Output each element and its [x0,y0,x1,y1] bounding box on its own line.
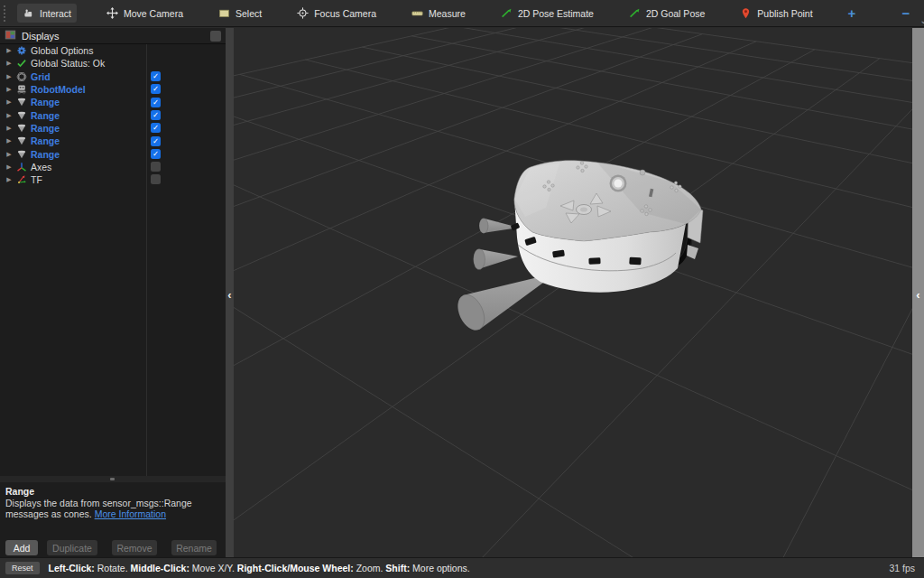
display-name-label: Grid [31,71,51,82]
grid-line [570,91,913,557]
visibility-checkbox[interactable]: ✓ [151,84,161,94]
visibility-checkbox[interactable]: ✓ [151,149,161,159]
tool-2d-pose-estimate[interactable]: 2D Pose Estimate [495,4,599,23]
gear-icon [14,45,28,56]
expand-arrow-icon[interactable]: ▶ [4,151,14,158]
expand-arrow-icon[interactable]: ▶ [4,60,14,67]
axes-icon [14,162,28,172]
tool-measure[interactable]: Measure [406,4,471,23]
tree-row-range[interactable]: ▶Range✓ [0,96,226,108]
tf-icon [14,174,28,185]
tree-column-divider[interactable] [146,44,147,476]
display-name-label: TF [31,174,42,185]
hint-key: Left-Click: [49,563,95,573]
tool-label: 2D Goal Pose [646,8,705,19]
3d-viewport[interactable] [234,28,912,557]
displays-panel: Displays ▶Global Options▶Global Status: … [0,28,226,557]
more-information-link[interactable]: More Information [95,508,166,519]
display-name-label: Axes [31,162,51,172]
visibility-checkbox[interactable]: ✓ [151,123,161,133]
tool-publish-point[interactable]: Publish Point [735,4,818,23]
tool-select[interactable]: Select [213,4,267,23]
tree-row-range[interactable]: ▶Range✓ [0,122,226,135]
expand-arrow-icon[interactable]: ▶ [4,47,14,54]
display-name-label: Range [31,97,60,107]
status-bar: Reset Left-Click: Rotate. Middle-Click: … [0,557,924,578]
display-name-label: Range [31,110,60,121]
tree-row-axes[interactable]: ▶Axes [0,161,226,173]
reset-button[interactable]: Reset [5,562,40,574]
help-body: Displays the data from sensor_msgs::Rang… [5,498,220,520]
toolbar: InteractMove CameraSelectFocus CameraMea… [0,0,924,27]
tree-row-range[interactable]: ▶Range✓ [0,147,226,160]
collapse-left-chevron-icon[interactable]: ‹ [226,288,234,302]
tree-row-global-options[interactable]: ▶Global Options [0,44,226,57]
check-icon [14,58,28,69]
hint-key: Right-Click/Mouse Wheel: [237,563,354,573]
toolbar-drag-handle[interactable] [4,5,5,22]
visibility-checkbox[interactable]: ✓ [151,98,161,107]
tree-row-tf[interactable]: ▶TF [0,173,226,186]
panel-horizontal-splitter[interactable] [0,476,226,482]
expand-arrow-icon[interactable]: ▶ [4,112,14,119]
expand-arrow-icon[interactable]: ▶ [4,163,14,171]
grid-line [234,28,567,514]
add-button[interactable]: Add [5,540,38,555]
tool-focus-camera[interactable]: Focus Camera [291,4,382,23]
panel-float-button[interactable] [210,31,221,42]
visibility-checkbox[interactable] [151,174,161,184]
left-viewport-splitter[interactable]: ‹ [226,28,234,557]
cone-icon [14,135,28,146]
duplicate-button[interactable]: Duplicate [47,540,97,555]
hint-action: Move X/Y. [189,563,237,573]
rename-button[interactable]: Rename [171,540,217,555]
collapse-right-chevron-icon[interactable]: ‹ [912,288,924,302]
expand-arrow-icon[interactable]: ▶ [4,73,14,80]
cone-icon [14,149,28,160]
visibility-checkbox[interactable]: ✓ [151,110,161,120]
tool-interact[interactable]: Interact [17,4,77,23]
grid-line [234,50,815,557]
remove-button[interactable]: Remove [112,540,157,555]
measure-icon [411,7,423,19]
expand-arrow-icon[interactable]: ▶ [4,137,14,144]
help-title: Range [5,486,220,497]
tool-label: Publish Point [757,8,812,19]
tree-row-global-status-ok[interactable]: ▶Global Status: Ok [0,57,226,70]
visibility-checkbox[interactable] [151,162,161,172]
robot-model [511,161,703,293]
interact-icon [23,7,34,19]
tool-2d-goal-pose[interactable]: 2D Goal Pose [624,4,710,23]
visibility-checkbox[interactable]: ✓ [151,136,161,146]
display-name-label: Range [31,135,60,146]
hint-action: More options. [410,563,470,573]
grid-display [234,28,912,557]
fps-counter: 31 fps [889,563,915,573]
range-cone [474,249,519,270]
add-tool-button[interactable]: + [845,5,860,21]
expand-arrow-icon[interactable]: ▶ [4,98,14,106]
robot-top-port [610,175,627,192]
tool-label: Move Camera [124,8,183,19]
tree-row-grid[interactable]: ▶Grid✓ [0,70,226,83]
display-name-label: Range [31,149,60,160]
mouse-hints: Left-Click: Rotate. Middle-Click: Move X… [49,563,470,573]
toolbar-overflow-chevron-icon[interactable]: ⌄ [919,15,924,25]
expand-arrow-icon[interactable]: ▶ [4,125,14,132]
tree-row-robotmodel[interactable]: ▶RobotModel✓ [0,83,226,96]
remove-tool-button[interactable]: − [898,5,913,21]
expand-arrow-icon[interactable]: ▶ [4,86,14,93]
tool-label: 2D Pose Estimate [518,8,594,19]
display-name-label: Global Options [31,45,93,56]
displays-panel-header[interactable]: Displays [0,28,226,44]
right-viewport-splitter[interactable]: ‹ [912,28,924,557]
tree-row-range[interactable]: ▶Range✓ [0,135,226,147]
tree-row-range[interactable]: ▶Range✓ [0,108,226,121]
tool-move-camera[interactable]: Move Camera [101,4,189,23]
goal-pose-icon [629,7,641,19]
hint-action: Rotate. [95,563,131,573]
hint-key: Middle-Click: [131,563,189,573]
expand-arrow-icon[interactable]: ▶ [4,176,14,183]
visibility-checkbox[interactable]: ✓ [151,71,161,81]
tool-label: Interact [40,8,71,19]
